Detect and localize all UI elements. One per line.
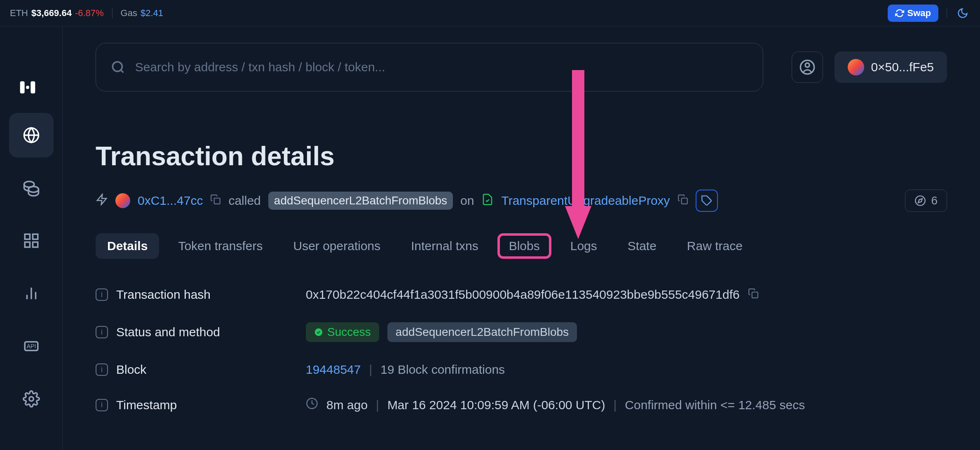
tab-details[interactable]: Details bbox=[96, 233, 159, 259]
compass-icon bbox=[914, 195, 926, 206]
info-icon[interactable]: i bbox=[96, 399, 108, 411]
divider bbox=[947, 8, 947, 18]
tab-state[interactable]: State bbox=[616, 233, 668, 259]
info-icon[interactable]: i bbox=[96, 363, 108, 376]
gas-price: $2.41 bbox=[141, 8, 163, 19]
swap-button[interactable]: Swap bbox=[888, 5, 938, 22]
search-icon bbox=[111, 60, 125, 75]
tag-badge[interactable] bbox=[696, 190, 718, 212]
svg-point-6 bbox=[28, 187, 39, 192]
copy-from-icon[interactable] bbox=[210, 194, 221, 208]
copy-contract-icon[interactable] bbox=[678, 194, 688, 208]
svg-rect-9 bbox=[25, 242, 30, 247]
clock-icon bbox=[306, 397, 318, 412]
svg-rect-27 bbox=[752, 292, 757, 298]
moon-icon bbox=[957, 7, 968, 19]
verified-icon bbox=[481, 193, 494, 209]
app-logo[interactable] bbox=[19, 78, 37, 98]
block-label: Block bbox=[116, 363, 298, 377]
nav-explorer[interactable] bbox=[9, 113, 54, 157]
svg-point-28 bbox=[315, 328, 322, 336]
interpretation-counter[interactable]: 6 bbox=[905, 190, 947, 212]
svg-point-17 bbox=[113, 62, 122, 71]
tab-internal-txns[interactable]: Internal txns bbox=[399, 233, 490, 259]
gas-label: Gas bbox=[121, 8, 137, 19]
check-circle-icon bbox=[314, 328, 323, 337]
eth-label: ETH bbox=[10, 8, 28, 19]
svg-marker-21 bbox=[97, 194, 107, 204]
search-input[interactable] bbox=[135, 60, 748, 74]
svg-marker-26 bbox=[918, 199, 922, 203]
status-label: Status and method bbox=[116, 325, 298, 339]
tab-token-transfers[interactable]: Token transfers bbox=[166, 233, 274, 259]
timestamp-full: Mar 16 2024 10:09:59 AM (-06:00 UTC) bbox=[387, 398, 605, 412]
copy-hash-icon[interactable] bbox=[748, 288, 759, 302]
api-icon: API bbox=[23, 338, 40, 355]
page-title: Transaction details bbox=[96, 141, 947, 171]
svg-point-20 bbox=[805, 63, 809, 67]
account-button[interactable] bbox=[792, 52, 823, 83]
nav-apps[interactable] bbox=[9, 218, 54, 263]
svg-rect-10 bbox=[33, 242, 38, 247]
theme-toggle[interactable] bbox=[955, 6, 970, 21]
divider bbox=[112, 8, 113, 18]
eth-price: $3,669.64 bbox=[31, 8, 72, 19]
method-chip: addSequencerL2BatchFromBlobs bbox=[268, 192, 453, 210]
user-icon bbox=[799, 59, 816, 75]
on-label: on bbox=[460, 194, 474, 208]
tab-user-operations[interactable]: User operations bbox=[281, 233, 392, 259]
nav-api[interactable]: API bbox=[9, 324, 54, 368]
tab-logs[interactable]: Logs bbox=[559, 233, 609, 259]
called-label: called bbox=[228, 194, 260, 208]
svg-rect-0 bbox=[20, 81, 25, 93]
tab-raw-trace[interactable]: Raw trace bbox=[675, 233, 754, 259]
grid-icon bbox=[23, 232, 40, 249]
timestamp-ago: 8m ago bbox=[326, 398, 368, 412]
svg-rect-1 bbox=[30, 81, 35, 93]
wallet-address: 0×50...fFe5 bbox=[871, 60, 934, 74]
block-confirmations: 19 Block confirmations bbox=[380, 363, 505, 377]
nav-tokens[interactable] bbox=[9, 166, 54, 210]
coins-icon bbox=[23, 179, 40, 197]
svg-line-18 bbox=[121, 70, 123, 73]
bar-chart-icon bbox=[23, 285, 40, 302]
gear-icon bbox=[23, 390, 40, 408]
counter-value: 6 bbox=[931, 194, 938, 207]
tx-hash-value: 0x170b22c404cf44f1a3031f5b00900b4a89f06e… bbox=[306, 288, 740, 302]
svg-rect-23 bbox=[681, 198, 687, 204]
timestamp-label: Timestamp bbox=[116, 398, 298, 412]
status-badge: Success bbox=[306, 322, 379, 342]
tag-icon bbox=[701, 195, 713, 206]
nav-stats[interactable] bbox=[9, 271, 54, 316]
contract-link[interactable]: TransparentUpgradeableProxy bbox=[501, 194, 670, 208]
svg-point-25 bbox=[916, 196, 925, 205]
info-icon[interactable]: i bbox=[96, 288, 108, 301]
from-address[interactable]: 0xC1...47cc bbox=[138, 194, 203, 208]
tx-hash-label: Transaction hash bbox=[116, 288, 298, 302]
info-icon[interactable]: i bbox=[96, 326, 108, 338]
divider: | bbox=[613, 398, 617, 412]
search-box[interactable] bbox=[96, 43, 763, 91]
svg-rect-22 bbox=[214, 198, 220, 204]
divider: | bbox=[369, 363, 372, 377]
tab-blobs[interactable]: Blobs bbox=[497, 233, 551, 259]
svg-point-16 bbox=[29, 397, 33, 401]
wallet-avatar bbox=[848, 59, 864, 75]
timestamp-confirmed: Confirmed within <= 12.485 secs bbox=[625, 398, 805, 412]
from-avatar bbox=[115, 193, 130, 208]
svg-rect-7 bbox=[25, 234, 30, 239]
block-number-link[interactable]: 19448547 bbox=[306, 363, 361, 377]
bolt-icon bbox=[96, 193, 108, 209]
svg-text:API: API bbox=[26, 343, 36, 349]
eth-change: -6.87% bbox=[75, 8, 104, 19]
globe-icon bbox=[23, 127, 40, 144]
wallet-button[interactable]: 0×50...fFe5 bbox=[835, 52, 947, 83]
svg-rect-2 bbox=[26, 86, 29, 89]
nav-settings[interactable] bbox=[9, 377, 54, 421]
svg-rect-8 bbox=[33, 234, 38, 239]
divider: | bbox=[376, 398, 379, 412]
refresh-icon bbox=[895, 9, 904, 18]
status-method-chip: addSequencerL2BatchFromBlobs bbox=[387, 322, 577, 342]
